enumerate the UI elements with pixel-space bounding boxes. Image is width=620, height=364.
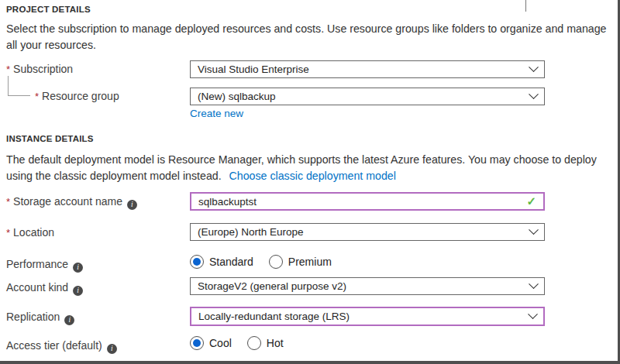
location-dropdown[interactable]: (Europe) North Europe bbox=[190, 223, 545, 241]
choose-classic-deployment-link[interactable]: Choose classic deployment model bbox=[229, 170, 396, 182]
chevron-down-icon bbox=[529, 89, 539, 99]
tree-connector bbox=[8, 76, 30, 96]
location-value: (Europe) North Europe bbox=[198, 226, 304, 238]
replication-value: Locally-redundant storage (LRS) bbox=[198, 311, 350, 322]
replication-dropdown[interactable]: Locally-redundant storage (LRS) bbox=[190, 307, 545, 326]
required-asterisk: * bbox=[6, 227, 10, 239]
valid-check-icon: ✓ bbox=[526, 194, 536, 208]
performance-radio-group: Standard Premium bbox=[190, 255, 347, 269]
location-label: *Location bbox=[6, 226, 54, 239]
required-asterisk: * bbox=[6, 196, 10, 208]
access-tier-radio-group: Cool Hot bbox=[190, 336, 299, 350]
instance-details-description: The default deployment model is Resource… bbox=[6, 152, 615, 184]
performance-label: Performancei bbox=[6, 258, 83, 273]
required-asterisk: * bbox=[35, 91, 39, 102]
info-icon[interactable]: i bbox=[73, 263, 83, 273]
access-tier-radio-cool[interactable] bbox=[190, 336, 204, 350]
storage-account-name-value: sqlbackuptst bbox=[198, 196, 257, 208]
performance-option-label: Premium bbox=[288, 256, 332, 268]
performance-radio-premium[interactable] bbox=[269, 255, 283, 269]
project-details-heading: PROJECT DETAILS bbox=[6, 5, 91, 14]
access-tier-option-label: Hot bbox=[267, 337, 284, 349]
radio-dot bbox=[193, 258, 201, 266]
subscription-value: Visual Studio Enterprise bbox=[198, 64, 309, 75]
storage-account-name-input[interactable]: sqlbackuptst ✓ bbox=[190, 192, 545, 211]
chevron-down-icon bbox=[529, 279, 539, 289]
performance-radio-standard[interactable] bbox=[190, 255, 204, 269]
access-tier-option-label: Cool bbox=[209, 337, 232, 349]
info-icon[interactable]: i bbox=[127, 200, 137, 210]
resource-group-dropdown[interactable]: (New) sqlbackup bbox=[190, 88, 545, 105]
account-kind-dropdown[interactable]: StorageV2 (general purpose v2) bbox=[190, 277, 545, 295]
subscription-dropdown[interactable]: Visual Studio Enterprise bbox=[190, 60, 545, 78]
storage-account-name-label: *Storage account namei bbox=[6, 195, 137, 210]
info-icon[interactable]: i bbox=[73, 286, 83, 296]
chevron-down-icon bbox=[529, 62, 539, 72]
project-details-description: Select the subscription to manage deploy… bbox=[6, 21, 615, 53]
subscription-label: *Subscription bbox=[6, 63, 73, 75]
chevron-down-icon bbox=[528, 309, 538, 319]
resource-group-label: *Resource group bbox=[35, 90, 119, 102]
resource-group-value: (New) sqlbackup bbox=[198, 91, 276, 102]
replication-label: Replicationi bbox=[6, 311, 74, 325]
access-tier-label: Access tier (default)i bbox=[6, 339, 117, 354]
account-kind-label: Account kindi bbox=[6, 281, 83, 296]
access-tier-radio-hot[interactable] bbox=[247, 336, 261, 350]
instance-details-heading: INSTANCE DETAILS bbox=[6, 134, 94, 143]
create-storage-account-form: PROJECT DETAILS Select the subscription … bbox=[0, 0, 620, 364]
account-kind-value: StorageV2 (general purpose v2) bbox=[198, 280, 346, 292]
window-edge-tick bbox=[525, 0, 526, 12]
required-asterisk: * bbox=[6, 64, 10, 75]
performance-option-label: Standard bbox=[209, 256, 253, 268]
chevron-down-icon bbox=[529, 225, 539, 235]
radio-dot bbox=[193, 339, 201, 347]
info-icon[interactable]: i bbox=[64, 315, 74, 325]
info-icon[interactable]: i bbox=[107, 344, 117, 354]
create-new-link[interactable]: Create new bbox=[190, 108, 243, 119]
